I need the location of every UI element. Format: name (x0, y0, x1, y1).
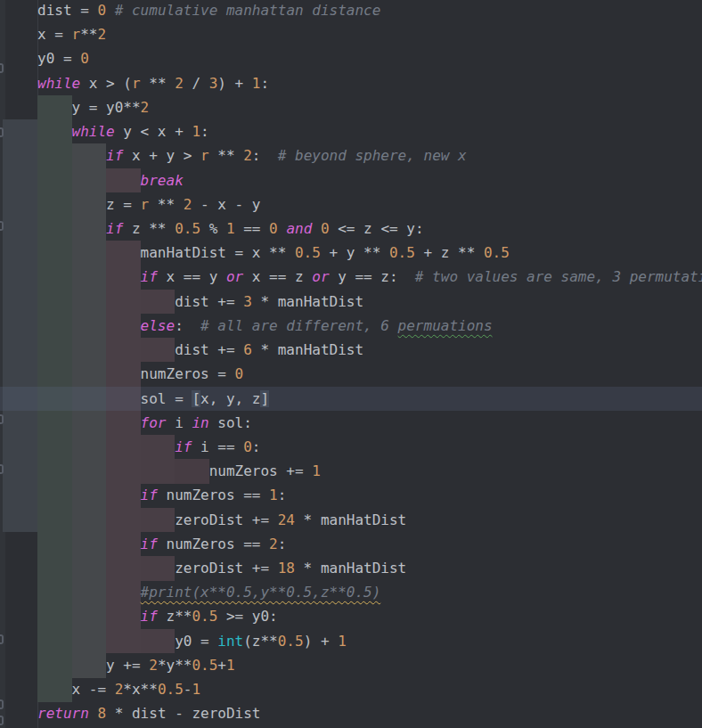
code-token: : (175, 317, 200, 334)
code-line[interactable]: while x > (r ** 2 / 3) + 1: (0, 71, 702, 95)
code-token: * manHatDist (252, 293, 363, 310)
code-line[interactable]: if z**0.5 >= y0: (0, 604, 702, 628)
code-token: x == y (158, 268, 226, 285)
code-line[interactable]: x -= 2*x**0.5-1 (0, 677, 702, 701)
code-token: numZeros += (209, 462, 313, 479)
indent-whitespace (37, 123, 72, 140)
code-line[interactable]: else: # all are different, 6 permuations (0, 314, 702, 338)
code-token: ** (141, 75, 176, 92)
code-token: y < x + (115, 123, 192, 140)
code-token: r (132, 75, 141, 92)
code-line[interactable]: if x == y or x == z or y == z: # two val… (0, 265, 702, 289)
code-token: 0.5 (192, 608, 217, 625)
code-line[interactable]: numZeros += 1 (0, 459, 702, 483)
code-token: 1 (269, 487, 278, 503)
code-line[interactable]: if x + y > r ** 2: # beyond sphere, new … (0, 143, 702, 168)
code-token: 0 (321, 220, 330, 237)
code-token: i == (192, 438, 243, 455)
indent-whitespace (37, 608, 141, 625)
code-token: 0 (80, 50, 89, 67)
code-token: 1 (312, 462, 321, 479)
code-line[interactable]: if numZeros == 2: (0, 532, 702, 556)
code-line[interactable]: if z ** 0.5 % 1 == 0 and 0 <= z <= y: (0, 217, 702, 241)
code-line[interactable]: break (0, 168, 702, 192)
code-line[interactable]: dist += 6 * manHatDist (0, 338, 702, 362)
code-token: 2 (149, 657, 158, 674)
code-line[interactable]: zeroDist += 18 * manHatDist (0, 556, 702, 580)
code-token: * manHatDist (295, 511, 406, 528)
code-line[interactable]: if i == 0: (0, 435, 702, 459)
code-token: 3 (209, 75, 218, 92)
indent-whitespace (37, 511, 175, 528)
code-token: 0.5 (158, 681, 184, 698)
code-token: permuations (398, 317, 493, 334)
code-line[interactable]: x = r**2 (0, 22, 702, 46)
code-token: while (37, 75, 80, 92)
code-token: * manHatDist (295, 560, 406, 577)
code-line[interactable]: y += 2*y**0.5+1 (0, 653, 702, 677)
code-line[interactable]: z = r ** 2 - x - y (0, 192, 702, 217)
code-line[interactable]: while y < x + 1: (0, 119, 702, 143)
code-token: if (141, 536, 158, 552)
code-token: y += (106, 657, 149, 674)
fold-mark-icon (0, 221, 4, 231)
code-line[interactable]: #print(x**0.5,y**0.5,z**0.5) (0, 580, 702, 604)
code-token: - (184, 681, 192, 698)
code-token: if (106, 220, 123, 237)
code-token: in (192, 414, 208, 431)
code-line[interactable]: y0 = 0 (0, 46, 702, 70)
indent-whitespace (37, 268, 141, 285)
indent-whitespace (37, 462, 209, 479)
code-line[interactable]: return 8 * dist - zeroDist (0, 701, 702, 725)
code-token (278, 220, 287, 237)
code-line[interactable]: dist = 0 # cumulative manhattan distance (0, 0, 702, 22)
code-token: 0 (235, 365, 244, 382)
code-token: (z** (243, 633, 278, 650)
code-area[interactable]: dist = 0 # cumulative manhattan distance… (0, 0, 702, 726)
code-token: + y ** (321, 244, 389, 261)
code-token: y = y0** (72, 99, 141, 116)
code-token: * dist - zeroDist (106, 705, 260, 722)
code-token: dist = (37, 2, 97, 19)
code-line[interactable]: for i in sol: (0, 411, 702, 435)
code-token: numZeros = (141, 365, 235, 382)
indent-whitespace (37, 536, 141, 552)
code-line[interactable]: numZeros = 0 (0, 362, 702, 386)
code-token: 0.5 (175, 220, 200, 237)
code-token: 1 (252, 75, 261, 92)
code-token: * manHatDist (252, 341, 363, 358)
code-token: if (175, 438, 192, 455)
code-token: z** (158, 608, 192, 625)
code-line[interactable]: sol = [x, y, z] (0, 387, 702, 411)
code-token: numZeros == (158, 487, 269, 503)
code-token: + z ** (415, 244, 484, 261)
code-line[interactable]: y = y0**2 (0, 95, 702, 119)
code-token: >= y0: (217, 608, 277, 625)
code-token: z = (106, 196, 141, 213)
code-token: 0 (269, 220, 278, 237)
code-token: ** (209, 147, 244, 164)
code-line[interactable]: zeroDist += 24 * manHatDist (0, 508, 702, 532)
indent-whitespace (37, 560, 175, 577)
editor-layer: dist = 0 # cumulative manhattan distance… (0, 0, 702, 726)
code-token: *y** (158, 657, 192, 674)
fold-mark-icon (0, 634, 4, 644)
code-line[interactable]: if numZeros == 1: (0, 483, 702, 507)
indent-whitespace (37, 244, 141, 261)
code-line[interactable]: dist += 3 * manHatDist (0, 290, 702, 314)
code-token: 2 (97, 26, 106, 43)
code-token: 1 (226, 657, 235, 674)
code-line[interactable]: y0 = int(z**0.5) + 1 (0, 629, 702, 653)
code-token: if (141, 608, 158, 625)
code-token: dist += (175, 293, 243, 310)
code-token: : (278, 487, 287, 503)
code-editor[interactable]: dist = 0 # cumulative manhattan distance… (0, 0, 702, 728)
fold-mark-icon (0, 63, 4, 73)
indent-whitespace (37, 172, 141, 189)
indent-whitespace (37, 196, 106, 213)
fold-mark-icon (0, 699, 4, 709)
code-line[interactable]: manHatDist = x ** 0.5 + y ** 0.5 + z ** … (0, 241, 702, 265)
code-token: 2 (269, 536, 278, 552)
code-token: 1 (192, 681, 200, 698)
code-token: r (200, 147, 209, 164)
